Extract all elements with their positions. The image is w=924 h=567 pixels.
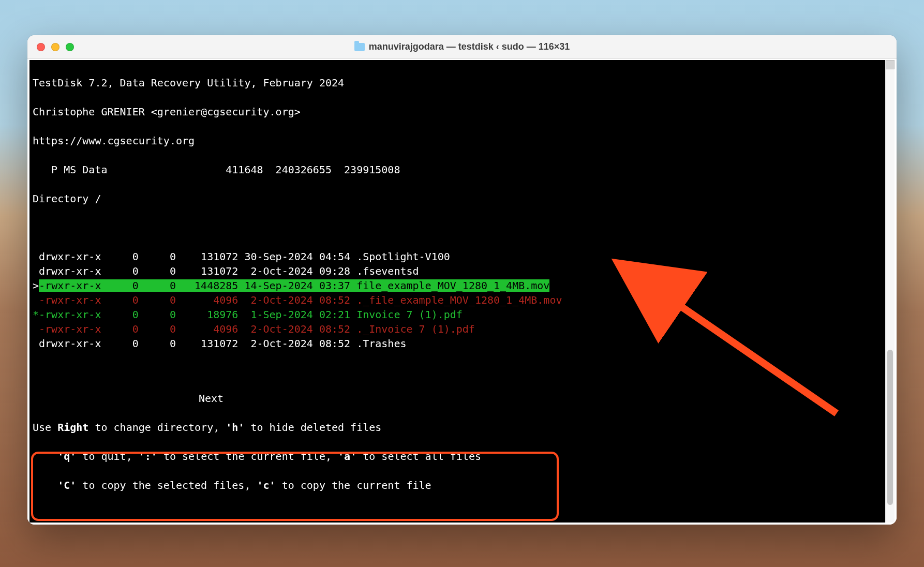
footer-line-2: 'q' to quit, ':' to select the current f…: [33, 449, 882, 464]
window-title-text: manuvirajgodara — testdisk ‹ sudo — 116×…: [369, 41, 570, 52]
file-row[interactable]: -rwxr-xr-x 0 0 4096 2-Oct-2024 08:52 ._I…: [33, 322, 882, 336]
terminal-window: manuvirajgodara — testdisk ‹ sudo — 116×…: [27, 35, 897, 525]
directory-line: Directory /: [33, 191, 882, 206]
header-line: https://www.cgsecurity.org: [33, 133, 882, 148]
file-row[interactable]: >-rwxr-xr-x 0 0 1448285 14-Sep-2024 03:3…: [33, 278, 882, 293]
footer-line-1: Use Right to change directory, 'h' to hi…: [33, 420, 882, 435]
partition-line: P MS Data 411648 240326655 239915008: [33, 162, 882, 177]
scrollbar-thumb[interactable]: [887, 350, 893, 505]
file-row[interactable]: drwxr-xr-x 0 0 131072 30-Sep-2024 04:54 …: [33, 249, 882, 264]
header-line: Christophe GRENIER <grenier@cgsecurity.o…: [33, 105, 882, 119]
folder-icon: [354, 43, 365, 51]
file-row[interactable]: drwxr-xr-x 0 0 131072 2-Oct-2024 09:28 .…: [33, 264, 882, 278]
close-icon[interactable]: [37, 43, 45, 51]
terminal-output[interactable]: TestDisk 7.2, Data Recovery Utility, Feb…: [29, 60, 885, 523]
window-controls: [37, 43, 74, 51]
minimize-icon[interactable]: [51, 43, 59, 51]
blank-line: [33, 220, 882, 235]
header-line: TestDisk 7.2, Data Recovery Utility, Feb…: [33, 76, 882, 90]
footer-next: Next: [33, 391, 390, 406]
desktop-background: manuvirajgodara — testdisk ‹ sudo — 116×…: [0, 0, 924, 567]
maximize-icon[interactable]: [66, 43, 74, 51]
help-footer: Next Use Right to change directory, 'h' …: [33, 377, 882, 521]
window-title: manuvirajgodara — testdisk ‹ sudo — 116×…: [27, 41, 897, 52]
file-row[interactable]: -rwxr-xr-x 0 0 4096 2-Oct-2024 08:52 ._f…: [33, 293, 882, 307]
window-titlebar[interactable]: manuvirajgodara — testdisk ‹ sudo — 116×…: [27, 35, 897, 59]
file-row[interactable]: drwxr-xr-x 0 0 131072 2-Oct-2024 08:52 .…: [33, 336, 882, 351]
scrollbar-track-button[interactable]: [886, 60, 895, 69]
footer-line-3: 'C' to copy the selected files, 'c' to c…: [33, 478, 882, 493]
file-row[interactable]: *-rwxr-xr-x 0 0 18976 1-Sep-2024 02:21 I…: [33, 307, 882, 322]
scrollbar[interactable]: [885, 60, 895, 523]
